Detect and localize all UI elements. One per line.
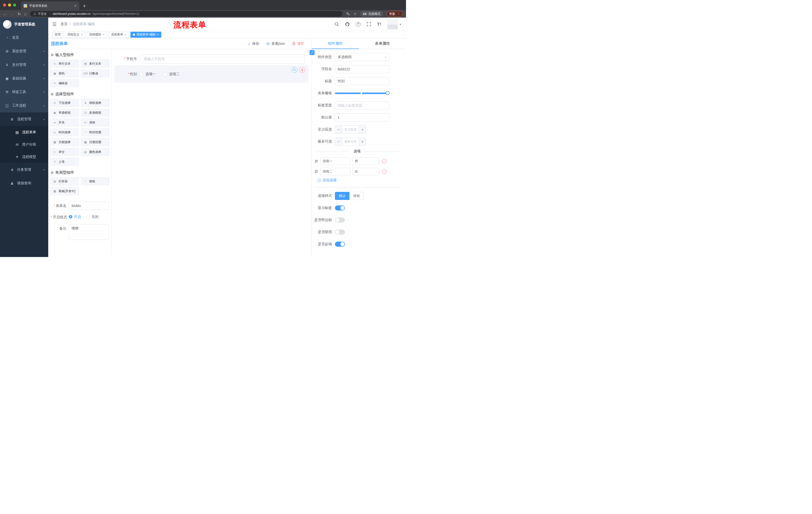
palette-item[interactable]: ⊷滑块 [81, 118, 110, 127]
sidebar-item-user-group[interactable]: ✉ 用户分组 [0, 138, 48, 151]
sidebar-item-leave-query[interactable]: ♟ 请假查询 [0, 177, 48, 190]
minimize-window-button[interactable] [8, 3, 11, 6]
palette-item[interactable]: ▭单行文本 [50, 60, 79, 67]
option-value-input[interactable] [352, 168, 379, 175]
view-json-button[interactable]: 查看json [266, 42, 285, 46]
palette-item[interactable]: ⊙下拉选择 [50, 99, 79, 107]
bookmark-star-icon[interactable]: ☆ [353, 11, 357, 16]
key-icon[interactable] [346, 12, 350, 16]
decrease-button[interactable]: − [335, 126, 342, 133]
option-label-input[interactable] [320, 157, 350, 165]
close-window-button[interactable] [3, 3, 6, 6]
palette-item[interactable]: ▣密码 [50, 70, 79, 77]
remove-option-button[interactable]: − [382, 159, 387, 163]
address-bar[interactable]: ⚠ 不安全 dashboard.yudao.iocoder.cn /bpm/ma… [30, 11, 343, 17]
link-icon[interactable] [310, 50, 315, 55]
checkbox-option-2[interactable]: 选项二 [164, 72, 180, 77]
sidebar-item-infra[interactable]: ▣ 基础设施 ▾ [0, 72, 48, 85]
drag-handle-icon[interactable] [314, 169, 318, 173]
fullscreen-icon[interactable] [367, 22, 371, 26]
sidebar-item-task-mgmt[interactable]: ⋔ 任务管理 ▾ [0, 163, 48, 177]
palette-item[interactable]: ◉单选框组 [50, 109, 79, 117]
tag-process-form-edit[interactable]: 流程表单-编辑 × [130, 32, 161, 38]
style-button-button[interactable]: 按钮 [349, 192, 364, 200]
palette-item[interactable]: ☆评分 [50, 148, 79, 156]
sidebar-item-process-model[interactable]: ✈ 流程模型 [0, 151, 48, 163]
palette-item[interactable]: ☑多选框组 [81, 109, 110, 117]
close-icon[interactable]: × [125, 33, 126, 36]
search-icon[interactable] [335, 22, 339, 26]
palette-item[interactable]: ▤多行文本 [81, 60, 110, 67]
tag-process-model[interactable]: 流程模型 × [87, 32, 107, 38]
option-value-input[interactable] [352, 157, 379, 165]
title-input[interactable] [335, 77, 389, 85]
increase-button[interactable]: + [359, 138, 366, 145]
remove-option-button[interactable]: − [382, 169, 387, 174]
palette-item[interactable]: ✎编辑器 [50, 79, 79, 87]
disabled-toggle[interactable] [335, 229, 345, 235]
required-toggle[interactable] [335, 242, 345, 247]
copy-field-button[interactable] [292, 67, 297, 73]
close-icon[interactable]: × [157, 33, 159, 36]
tab-component-props[interactable]: 组件属性 [312, 38, 359, 49]
zoom-window-button[interactable] [13, 3, 16, 6]
palette-item[interactable]: ⇪上传 [50, 158, 79, 166]
sidebar-item-process-form[interactable]: ▤ 流程表单 [0, 126, 48, 138]
save-button[interactable]: ✓ 保存 [248, 42, 259, 46]
sidebar-item-devtools[interactable]: ⚒ 研发工具 ▾ [0, 85, 48, 99]
browser-tab[interactable]: 芋道管理系统 × [21, 1, 79, 10]
stepper-placeholder[interactable]: 至少应选 [342, 126, 359, 133]
breadcrumb-home[interactable]: 首页 [61, 22, 67, 26]
sidebar-item-workflow[interactable]: ◫ 工作流程 ▴ [0, 99, 48, 112]
grid-slider[interactable] [335, 89, 389, 97]
back-icon[interactable]: ← [3, 12, 7, 16]
tag-process-definition[interactable]: 流程定义 × [65, 32, 85, 38]
decrease-button[interactable]: − [335, 138, 342, 145]
increase-button[interactable]: + [359, 126, 366, 133]
radio-closed[interactable]: 关闭 [86, 215, 98, 219]
form-name-input[interactable] [69, 202, 109, 210]
palette-item[interactable]: ☞按钮 [81, 177, 110, 185]
sidebar-item-system[interactable]: ⚙ 系统管理 ▾ [0, 45, 48, 58]
reload-icon[interactable]: ↻ [18, 12, 21, 16]
label-width-input[interactable] [335, 101, 389, 109]
tab-form-props[interactable]: 表单属性 [359, 38, 406, 49]
close-icon[interactable]: × [81, 33, 83, 36]
tag-process-form[interactable]: 流程表单 × [109, 32, 129, 38]
drag-handle-icon[interactable] [314, 159, 318, 163]
update-browser-button[interactable]: 更新 ⋮ [386, 11, 403, 17]
checkbox-option-1[interactable]: 选项一 [140, 72, 156, 77]
clear-button[interactable]: 清空 [292, 42, 304, 46]
font-size-icon[interactable]: TT [377, 22, 381, 26]
palette-item[interactable]: 123计数器 [81, 70, 110, 77]
style-default-button[interactable]: 默认 [335, 192, 349, 200]
help-icon[interactable]: ? [356, 22, 360, 27]
delete-field-button[interactable] [299, 67, 305, 73]
add-option-button[interactable]: + 添加选项 [317, 178, 406, 183]
sidebar-item-home[interactable]: ◔ 首页 [0, 31, 48, 45]
field-name-input[interactable] [335, 65, 389, 73]
palette-item[interactable]: ◔时间范围 [81, 128, 110, 136]
tag-home[interactable]: 首页 [52, 32, 63, 38]
home-icon[interactable]: ⌂ [24, 12, 27, 16]
palette-item[interactable]: ⊶开关 [50, 118, 79, 127]
collapse-sidebar-icon[interactable]: ☰ [48, 21, 61, 27]
close-icon[interactable]: × [103, 33, 105, 36]
forward-icon[interactable]: → [10, 12, 14, 16]
stepper-placeholder[interactable]: 最多可选 [342, 138, 359, 145]
tab-close-icon[interactable]: × [74, 4, 77, 8]
option-label-input[interactable] [320, 168, 350, 175]
component-type-select[interactable]: 多选框组 ▾ [335, 53, 389, 61]
user-menu[interactable]: ▾ [387, 19, 401, 29]
sidebar-item-payment[interactable]: ¥ 支付管理 ▾ [0, 58, 48, 72]
show-label-toggle[interactable] [335, 206, 345, 211]
sidebar-logo[interactable]: 芋道管理系统 [0, 18, 48, 31]
palette-item[interactable]: ▦日期选择 [50, 138, 79, 146]
canvas-field-phone[interactable]: 手机号 请输入手机号 [114, 55, 309, 64]
slider-handle[interactable] [386, 91, 390, 95]
palette-item[interactable]: ⋔级联选择 [81, 99, 110, 107]
new-tab-button[interactable]: + [83, 3, 86, 8]
browser-menu-icon[interactable]: ⋮ [397, 12, 400, 16]
palette-item[interactable]: ▩日期范围 [81, 138, 110, 146]
border-toggle[interactable] [335, 218, 345, 222]
